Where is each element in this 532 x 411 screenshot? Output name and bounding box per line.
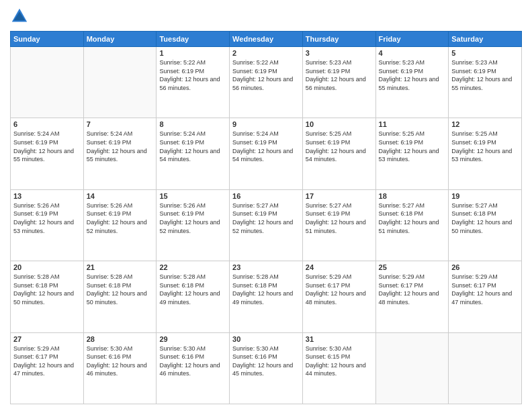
- weekday-header-row: SundayMondayTuesdayWednesdayThursdayFrid…: [11, 32, 522, 47]
- day-info: Sunrise: 5:24 AMSunset: 6:19 PMDaylight:…: [13, 130, 81, 163]
- weekday-header-monday: Monday: [83, 32, 157, 47]
- calendar-week-row: 1Sunrise: 5:22 AMSunset: 6:19 PMDaylight…: [11, 47, 522, 118]
- calendar-cell: 16Sunrise: 5:27 AMSunset: 6:19 PMDayligh…: [230, 189, 303, 261]
- weekday-header-wednesday: Wednesday: [230, 32, 303, 47]
- calendar-cell: 7Sunrise: 5:24 AMSunset: 6:19 PMDaylight…: [83, 118, 157, 189]
- day-info: Sunrise: 5:24 AMSunset: 6:19 PMDaylight:…: [87, 130, 154, 163]
- day-info: Sunrise: 5:24 AMSunset: 6:19 PMDaylight:…: [232, 130, 300, 163]
- day-info: Sunrise: 5:30 AMSunset: 6:16 PMDaylight:…: [87, 345, 154, 378]
- day-info: Sunrise: 5:29 AMSunset: 6:17 PMDaylight:…: [379, 273, 446, 306]
- day-number: 8: [159, 120, 226, 128]
- day-number: 3: [306, 49, 373, 57]
- day-info: Sunrise: 5:29 AMSunset: 6:17 PMDaylight:…: [306, 273, 373, 306]
- day-info: Sunrise: 5:29 AMSunset: 6:17 PMDaylight:…: [451, 273, 519, 306]
- day-number: 11: [379, 120, 446, 128]
- day-number: 29: [159, 335, 226, 343]
- calendar-cell: 4Sunrise: 5:23 AMSunset: 6:19 PMDaylight…: [375, 47, 449, 118]
- day-number: 13: [13, 192, 81, 200]
- weekday-header-sunday: Sunday: [11, 32, 84, 47]
- day-number: 1: [159, 49, 226, 57]
- header: [10, 7, 522, 26]
- calendar-cell: 31Sunrise: 5:30 AMSunset: 6:15 PMDayligh…: [302, 332, 375, 404]
- calendar-cell: 30Sunrise: 5:30 AMSunset: 6:16 PMDayligh…: [230, 332, 303, 404]
- calendar-cell: 24Sunrise: 5:29 AMSunset: 6:17 PMDayligh…: [302, 261, 375, 332]
- day-info: Sunrise: 5:22 AMSunset: 6:19 PMDaylight:…: [159, 58, 226, 92]
- day-number: 14: [87, 192, 154, 200]
- day-number: 25: [379, 263, 446, 271]
- calendar-cell: 9Sunrise: 5:24 AMSunset: 6:19 PMDaylight…: [230, 118, 303, 189]
- day-info: Sunrise: 5:30 AMSunset: 6:16 PMDaylight:…: [232, 345, 300, 378]
- calendar-cell: [449, 332, 522, 404]
- calendar-cell: 10Sunrise: 5:25 AMSunset: 6:19 PMDayligh…: [302, 118, 375, 189]
- calendar-cell: 6Sunrise: 5:24 AMSunset: 6:19 PMDaylight…: [11, 118, 84, 189]
- calendar-cell: [375, 332, 449, 404]
- calendar-cell: 17Sunrise: 5:27 AMSunset: 6:19 PMDayligh…: [302, 189, 375, 261]
- day-number: 19: [451, 192, 519, 200]
- day-info: Sunrise: 5:28 AMSunset: 6:18 PMDaylight:…: [13, 273, 81, 306]
- day-number: 24: [306, 263, 373, 271]
- calendar-cell: 27Sunrise: 5:29 AMSunset: 6:17 PMDayligh…: [11, 332, 84, 404]
- day-number: 26: [451, 263, 519, 271]
- calendar-cell: 3Sunrise: 5:23 AMSunset: 6:19 PMDaylight…: [302, 47, 375, 118]
- day-number: 17: [306, 192, 373, 200]
- day-info: Sunrise: 5:28 AMSunset: 6:18 PMDaylight:…: [159, 273, 226, 306]
- day-info: Sunrise: 5:26 AMSunset: 6:19 PMDaylight:…: [159, 201, 226, 235]
- calendar-cell: 2Sunrise: 5:22 AMSunset: 6:19 PMDaylight…: [230, 47, 303, 118]
- calendar-cell: 5Sunrise: 5:23 AMSunset: 6:19 PMDaylight…: [449, 47, 522, 118]
- day-number: 21: [87, 263, 154, 271]
- day-info: Sunrise: 5:26 AMSunset: 6:19 PMDaylight:…: [87, 201, 154, 235]
- calendar-cell: 25Sunrise: 5:29 AMSunset: 6:17 PMDayligh…: [375, 261, 449, 332]
- day-number: 28: [87, 335, 154, 343]
- day-info: Sunrise: 5:23 AMSunset: 6:19 PMDaylight:…: [451, 58, 519, 92]
- weekday-header-tuesday: Tuesday: [157, 32, 230, 47]
- day-number: 23: [232, 263, 300, 271]
- weekday-header-friday: Friday: [375, 32, 449, 47]
- day-info: Sunrise: 5:29 AMSunset: 6:17 PMDaylight:…: [13, 345, 81, 378]
- day-number: 27: [13, 335, 81, 343]
- day-info: Sunrise: 5:26 AMSunset: 6:19 PMDaylight:…: [13, 201, 81, 235]
- day-number: 5: [451, 49, 519, 57]
- calendar-cell: 22Sunrise: 5:28 AMSunset: 6:18 PMDayligh…: [157, 261, 230, 332]
- page: SundayMondayTuesdayWednesdayThursdayFrid…: [0, 0, 532, 411]
- weekday-header-saturday: Saturday: [449, 32, 522, 47]
- day-number: 22: [159, 263, 226, 271]
- day-info: Sunrise: 5:25 AMSunset: 6:19 PMDaylight:…: [306, 130, 373, 163]
- calendar-week-row: 13Sunrise: 5:26 AMSunset: 6:19 PMDayligh…: [11, 189, 522, 261]
- day-info: Sunrise: 5:28 AMSunset: 6:18 PMDaylight:…: [87, 273, 154, 306]
- day-info: Sunrise: 5:30 AMSunset: 6:16 PMDaylight:…: [159, 345, 226, 378]
- calendar-cell: [83, 47, 157, 118]
- calendar-cell: 21Sunrise: 5:28 AMSunset: 6:18 PMDayligh…: [83, 261, 157, 332]
- day-number: 2: [232, 49, 300, 57]
- day-info: Sunrise: 5:27 AMSunset: 6:19 PMDaylight:…: [306, 201, 373, 235]
- day-number: 6: [13, 120, 81, 128]
- calendar-cell: 15Sunrise: 5:26 AMSunset: 6:19 PMDayligh…: [157, 189, 230, 261]
- calendar-cell: 23Sunrise: 5:28 AMSunset: 6:18 PMDayligh…: [230, 261, 303, 332]
- day-info: Sunrise: 5:23 AMSunset: 6:19 PMDaylight:…: [306, 58, 373, 92]
- calendar-cell: 8Sunrise: 5:24 AMSunset: 6:19 PMDaylight…: [157, 118, 230, 189]
- calendar-cell: 13Sunrise: 5:26 AMSunset: 6:19 PMDayligh…: [11, 189, 84, 261]
- day-number: 31: [306, 335, 373, 343]
- day-number: 10: [306, 120, 373, 128]
- logo-icon: [10, 7, 29, 26]
- day-number: 20: [13, 263, 81, 271]
- calendar-week-row: 27Sunrise: 5:29 AMSunset: 6:17 PMDayligh…: [11, 332, 522, 404]
- day-info: Sunrise: 5:27 AMSunset: 6:18 PMDaylight:…: [379, 201, 446, 235]
- day-info: Sunrise: 5:28 AMSunset: 6:18 PMDaylight:…: [232, 273, 300, 306]
- calendar-cell: [11, 47, 84, 118]
- day-info: Sunrise: 5:24 AMSunset: 6:19 PMDaylight:…: [159, 130, 226, 163]
- day-number: 9: [232, 120, 300, 128]
- logo: [10, 7, 32, 26]
- calendar-cell: 1Sunrise: 5:22 AMSunset: 6:19 PMDaylight…: [157, 47, 230, 118]
- day-number: 4: [379, 49, 446, 57]
- day-number: 15: [159, 192, 226, 200]
- calendar-cell: 14Sunrise: 5:26 AMSunset: 6:19 PMDayligh…: [83, 189, 157, 261]
- calendar-cell: 29Sunrise: 5:30 AMSunset: 6:16 PMDayligh…: [157, 332, 230, 404]
- calendar-cell: 12Sunrise: 5:25 AMSunset: 6:19 PMDayligh…: [449, 118, 522, 189]
- calendar-cell: 28Sunrise: 5:30 AMSunset: 6:16 PMDayligh…: [83, 332, 157, 404]
- day-info: Sunrise: 5:22 AMSunset: 6:19 PMDaylight:…: [232, 58, 300, 92]
- calendar-cell: 18Sunrise: 5:27 AMSunset: 6:18 PMDayligh…: [375, 189, 449, 261]
- day-info: Sunrise: 5:25 AMSunset: 6:19 PMDaylight:…: [451, 130, 519, 163]
- calendar-cell: 11Sunrise: 5:25 AMSunset: 6:19 PMDayligh…: [375, 118, 449, 189]
- calendar-week-row: 20Sunrise: 5:28 AMSunset: 6:18 PMDayligh…: [11, 261, 522, 332]
- calendar-week-row: 6Sunrise: 5:24 AMSunset: 6:19 PMDaylight…: [11, 118, 522, 189]
